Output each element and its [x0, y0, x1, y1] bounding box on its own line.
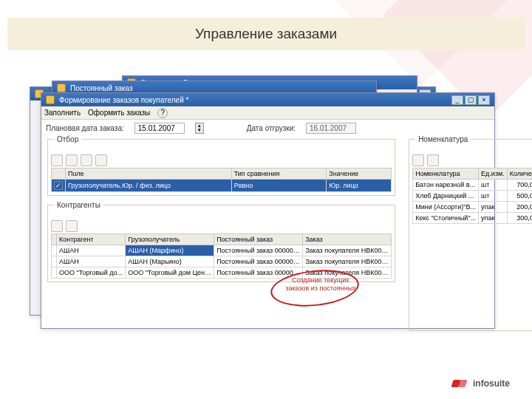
app-icon — [46, 95, 55, 104]
window-create-orders: Формирование заказов покупателей * _ ▢ ×… — [41, 92, 495, 329]
min-btn[interactable]: _ — [451, 95, 463, 105]
table-row[interactable]: Кекс "Столичный"...упак300,000 — [413, 213, 532, 224]
window-title: Формирование заказов покупателей * — [59, 96, 188, 104]
plan-date-label: Плановая дата заказа: — [46, 124, 124, 132]
close-btn[interactable]: × — [478, 95, 490, 105]
toolbar-btn[interactable] — [66, 220, 78, 232]
col-cmp[interactable]: Тип сравнения — [231, 168, 327, 180]
ship-date-input — [306, 123, 356, 134]
toolbar-btn[interactable] — [51, 154, 63, 166]
table-row[interactable]: ООО "Торговый до...ООО "Торговый дом Цен… — [52, 267, 392, 279]
footer-logo: infosuite — [452, 378, 510, 389]
nomenclature-table[interactable]: Номенклатура Ед.изм. Количес... Батон на… — [412, 168, 532, 224]
group-nomenclature: Номенклатура Номенклатура Ед.изм. Количе… — [409, 139, 532, 331]
ship-date-label: Дата отгрузки: — [247, 124, 296, 132]
window-title: Постоянный заказ — [70, 84, 133, 92]
help-icon[interactable]: ? — [157, 108, 168, 118]
group-filter: Отбор Поле Тип сравнения Значение — [47, 139, 395, 196]
dates-row: Плановая дата заказа: ▲▼ Дата отгрузки: — [41, 120, 494, 136]
col-order[interactable]: Заказ — [303, 234, 392, 245]
menu-make-orders[interactable]: Оформить заказы — [88, 109, 150, 117]
table-row[interactable]: ✓Грузополучатель.Юр. / физ. лицоРавноЮр.… — [52, 180, 392, 192]
table-row[interactable]: АШАНАШАН (Марфино)Постоянный заказ 00000… — [52, 245, 392, 256]
menu-fill[interactable]: Заполнить — [44, 109, 81, 117]
group-contractors-title: Контрагенты — [54, 201, 103, 209]
toolbar-btn[interactable] — [51, 220, 63, 232]
toolbar-btn[interactable] — [412, 154, 424, 166]
col-recurring[interactable]: Постоянный заказ — [214, 234, 303, 245]
plan-date-spinner[interactable]: ▲▼ — [195, 123, 204, 134]
col-qty[interactable]: Количес... — [507, 168, 532, 180]
logo-icon — [452, 378, 468, 389]
group-filter-title: Отбор — [54, 135, 81, 143]
group-nomenclature-title: Номенклатура — [415, 135, 471, 143]
slide-title: Управление заказами — [195, 26, 337, 42]
logo-text: infosuite — [473, 378, 510, 389]
checkbox-icon[interactable]: ✓ — [54, 181, 63, 190]
max-btn[interactable]: ▢ — [465, 95, 477, 105]
table-row[interactable]: Мини (Ассорти)"В...упак200,000 — [413, 202, 532, 213]
col-contractor[interactable]: Контрагент — [57, 234, 126, 245]
col-unit[interactable]: Ед.изм. — [479, 168, 508, 180]
app-icon — [57, 83, 66, 92]
slide-title-band: Управление заказами — [7, 18, 525, 50]
toolbar-btn[interactable] — [95, 154, 107, 166]
col-check — [52, 168, 66, 180]
col-val[interactable]: Значение — [327, 168, 392, 180]
toolbar-btn[interactable] — [66, 154, 78, 166]
plan-date-input[interactable] — [134, 123, 185, 134]
table-row[interactable]: Хлеб Дарницкий ...шт500,000 — [413, 191, 532, 202]
toolbar-btn[interactable] — [427, 154, 439, 166]
col-field[interactable]: Поле — [66, 168, 232, 180]
group-contractors: Контрагенты Контрагент Грузополучатель П… — [47, 205, 395, 282]
col-consignee[interactable]: Грузополучатель — [126, 234, 214, 245]
toolbar-btn[interactable] — [81, 154, 92, 166]
table-row[interactable]: АШАНАШАН (Марьино)Постоянный заказ 00000… — [52, 256, 392, 267]
table-row[interactable]: Батон нарезной в...шт700,000 — [413, 180, 532, 191]
filter-table[interactable]: Поле Тип сравнения Значение ✓Грузополуча… — [51, 168, 392, 192]
menubar: Заполнить Оформить заказы ? — [41, 106, 494, 120]
contractors-table[interactable]: Контрагент Грузополучатель Постоянный за… — [51, 233, 392, 279]
col-blank — [52, 234, 57, 245]
col-item[interactable]: Номенклатура — [413, 168, 479, 180]
